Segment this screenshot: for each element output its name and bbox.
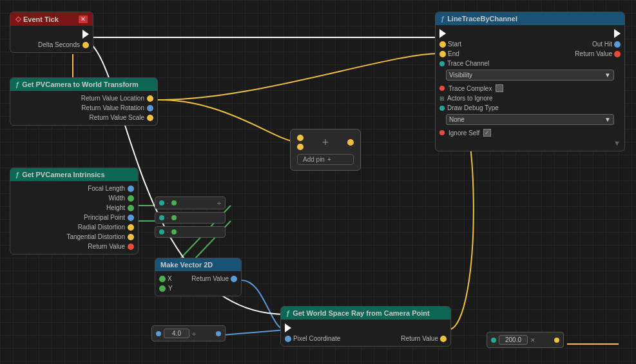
event-tick-delta: Delta Seconds [10, 40, 93, 50]
trace-channel-row: Trace Channel [436, 59, 624, 68]
x-label: X [168, 275, 172, 282]
radial-distortion-label: Radial Distortion [78, 224, 125, 231]
focal-length-row: Focal Length [10, 184, 138, 193]
event-tick-close-icon[interactable]: ✕ [79, 15, 88, 23]
make-vector-y-row: Y [155, 283, 241, 293]
div2-out-pin [171, 215, 177, 220]
get-pvcamera-intrinsics-node: ƒ Get PVCamera Intrinsics Focal Length W… [10, 168, 139, 254]
radial-distortion-pin [128, 224, 134, 231]
line-trace-end-row: End Return Value [436, 49, 624, 59]
add-pin-label: Add pin [303, 156, 325, 163]
get-pvcamera-intrinsics-header: ƒ Get PVCamera Intrinsics [10, 168, 138, 181]
principal-point-row: Principal Point [10, 213, 138, 222]
return-value-rotation-pin [147, 105, 153, 111]
ignore-self-label: Ignore Self [448, 129, 479, 137]
ignore-self-row: Ignore Self ✓ [436, 128, 624, 138]
divide-4-value: 4.0 [172, 330, 181, 337]
ray-return-value-group: Return Value [401, 335, 447, 342]
pixel-coord-left: Pixel Coordinate [285, 335, 340, 342]
intrinsics-return-value-label: Return Value [88, 243, 125, 250]
trace-complex-checkbox[interactable] [496, 84, 503, 92]
add-out-pin [347, 139, 354, 146]
trace-channel-chevron: ▼ [604, 72, 611, 79]
tangential-distortion-label: Tangential Distortion [66, 233, 125, 240]
height-row: Height [10, 203, 138, 213]
trace-channel-dropdown[interactable]: Visibility ▼ [446, 70, 614, 81]
multiply-200-value: 200.0 [505, 336, 521, 343]
x-input-group: X [159, 275, 172, 282]
div2-in-pin [159, 215, 164, 220]
actors-to-ignore-row: ⊞ Actors to Ignore [436, 93, 624, 103]
x-in-pin [159, 276, 166, 282]
intrinsics-return-value-row: Return Value [10, 242, 138, 251]
draw-debug-label: Draw Debug Type [447, 104, 499, 111]
principal-point-label: Principal Point [84, 214, 125, 221]
add-pin-node: + Add pin + [290, 129, 361, 171]
ignore-self-check: ✓ [485, 129, 490, 136]
add-pin-button[interactable]: Add pin + [297, 154, 354, 165]
event-tick-exec-out [10, 28, 93, 40]
divide-4-input[interactable]: 4.0 [164, 329, 189, 338]
ignore-self-checkbox[interactable]: ✓ [483, 129, 491, 137]
div3-in-pin [159, 229, 164, 235]
exec-in-row [281, 322, 450, 334]
return-value-location-label: Return Value Location [81, 95, 144, 102]
trace-channel-value: Visibility [449, 72, 472, 79]
line-trace-exec-in [439, 29, 446, 38]
end-label: End [448, 50, 459, 57]
scroll-indicator: ▼ [436, 138, 624, 148]
trace-complex-row: Trace Complex [436, 83, 624, 93]
return-value-out-label: Return Value [191, 275, 229, 282]
get-pvcamera-transform-header: ƒ Get PVCamera to World Transform [10, 78, 157, 91]
get-pvcamera-intrinsics-body: Focal Length Width Height Principal Poin… [10, 181, 138, 254]
exec-out-pin [82, 30, 89, 39]
draw-debug-dropdown[interactable]: None ▼ [446, 114, 614, 125]
event-tick-node: ◇ Event Tick ✕ Delta Seconds [10, 12, 93, 53]
draw-debug-chevron: ▼ [604, 116, 611, 123]
event-tick-title: Event Tick [23, 15, 59, 23]
get-world-space-ray-title: Get World Space Ray from Camera Point [293, 309, 430, 317]
tangential-distortion-pin [128, 234, 134, 240]
line-trace-icon: ƒ [441, 15, 445, 23]
add-plus-symbol: + [306, 136, 345, 149]
trace-return-value-label: Return Value [575, 50, 612, 57]
div1-dot: · [167, 200, 169, 206]
div2-dot: · [167, 215, 169, 221]
get-pvcamera-transform-body: Return Value Location Return Value Rotat… [10, 91, 157, 125]
line-trace-body: Start Out Hit End Return Value Trace Cha… [436, 25, 624, 151]
line-trace-exec-out [614, 29, 621, 38]
close-icon: ✕ [530, 337, 535, 343]
radial-distortion-row: Radial Distortion [10, 222, 138, 232]
start-pin [439, 41, 446, 48]
trace-complex-pin [439, 86, 445, 91]
div1-out-pin [171, 200, 177, 206]
div3-dot: · [167, 229, 169, 235]
y-in-pin [159, 285, 166, 292]
width-label: Width [108, 195, 125, 202]
y-label: Y [168, 285, 173, 292]
ray-return-value-label: Return Value [401, 335, 438, 342]
add-in-pin-2 [297, 144, 304, 150]
line-trace-header: ƒ LineTraceByChannel [436, 12, 624, 25]
return-value-location-pin [147, 95, 153, 102]
division-node-1: · ÷ [155, 196, 226, 209]
delta-seconds-pin [82, 42, 89, 48]
out-hit-pin [614, 41, 621, 48]
width-pin [128, 195, 134, 202]
trace-complex-label: Trace Complex [448, 85, 492, 92]
fn-icon2: ƒ [15, 171, 19, 178]
fn-icon: ƒ [15, 81, 19, 88]
line-trace-exec-row [436, 28, 624, 39]
fn-icon3: ƒ [286, 309, 290, 317]
actors-icon: ⊞ [439, 95, 445, 102]
out-hit-group: Out Hit [592, 41, 621, 48]
div3-out-pin [171, 229, 177, 235]
multiply-200-input[interactable]: 200.0 [499, 335, 528, 345]
add-pin-inputs: + [297, 135, 354, 150]
height-pin [128, 205, 134, 211]
div1-symbol: ÷ [217, 199, 221, 207]
get-pvcamera-intrinsics-title: Get PVCamera Intrinsics [22, 171, 104, 178]
get-world-space-ray-header: ƒ Get World Space Ray from Camera Point [281, 307, 450, 320]
div1-in-pin [159, 200, 164, 206]
delta-seconds-label: Delta Seconds [38, 41, 80, 48]
